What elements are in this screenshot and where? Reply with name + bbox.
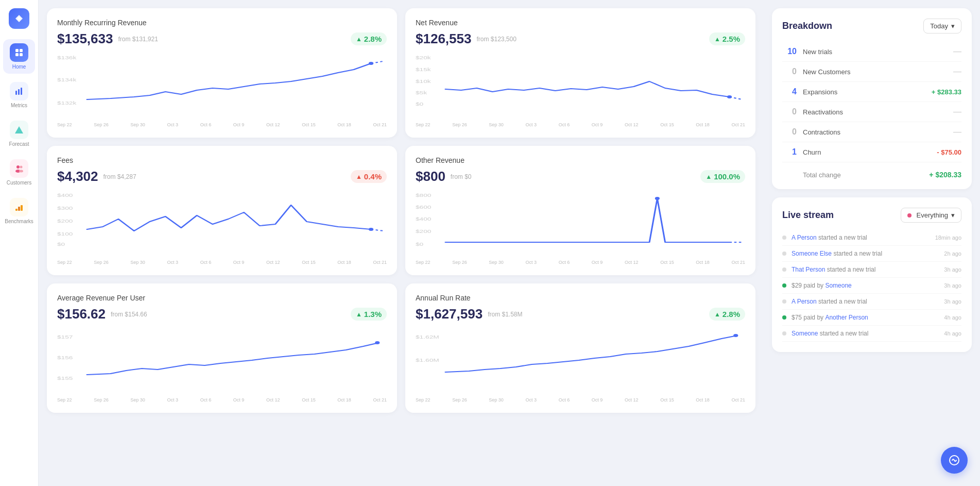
breakdown-label-expansions: Expansions bbox=[803, 88, 932, 96]
stream-dot bbox=[782, 331, 786, 336]
svg-point-40 bbox=[655, 197, 660, 200]
sidebar-label-metrics: Metrics bbox=[11, 103, 27, 108]
svg-text:$100: $100 bbox=[57, 231, 73, 236]
card-fees-from: from $4,287 bbox=[104, 173, 136, 180]
svg-text:$400: $400 bbox=[416, 216, 431, 221]
arrow-up-icon: ▲ bbox=[714, 311, 720, 318]
svg-rect-14 bbox=[18, 207, 20, 211]
benchmarks-icon bbox=[10, 198, 28, 216]
arrow-up-icon: ▲ bbox=[356, 311, 362, 318]
chevron-down-icon: ▾ bbox=[951, 22, 955, 30]
svg-text:$200: $200 bbox=[416, 229, 431, 233]
forecast-icon bbox=[10, 121, 28, 139]
list-item: A Person started a new trial 3h ago bbox=[782, 294, 961, 310]
stream-dot bbox=[782, 299, 786, 304]
stream-time: 3h ago bbox=[944, 266, 961, 273]
card-arpu: Average Revenue Per User $156.62 from $1… bbox=[47, 283, 397, 413]
svg-rect-6 bbox=[18, 89, 20, 95]
card-other-title: Other Revenue bbox=[416, 156, 745, 164]
sidebar-label-forecast: Forecast bbox=[9, 141, 29, 147]
svg-text:$200: $200 bbox=[57, 219, 73, 223]
sidebar-item-customers[interactable]: Customers bbox=[3, 155, 35, 190]
breakdown-label-churn: Churn bbox=[803, 148, 937, 156]
card-arr-title: Annual Run Rate bbox=[416, 294, 745, 302]
svg-rect-2 bbox=[20, 49, 23, 52]
card-mrr-from: from $131,921 bbox=[118, 36, 158, 43]
arrow-up-icon: ▲ bbox=[356, 36, 362, 43]
stream-dot-green bbox=[782, 315, 786, 320]
svg-rect-7 bbox=[21, 88, 22, 95]
svg-text:$400: $400 bbox=[57, 193, 73, 197]
livestream-header: Live stream Everything ▾ bbox=[782, 208, 961, 223]
card-arr-pct: 2.8% bbox=[723, 310, 740, 319]
svg-point-0 bbox=[18, 17, 21, 20]
livestream-card: Live stream Everything ▾ A Person starte… bbox=[772, 197, 972, 352]
card-mrr: Monthly Recurring Revenue $135,633 from … bbox=[47, 8, 397, 138]
card-net-revenue: Net Revenue $126,553 from $123,500 ▲ 2.5… bbox=[405, 8, 755, 138]
breakdown-count-customers: 0 bbox=[782, 67, 797, 76]
card-mrr-pct: 2.8% bbox=[364, 35, 382, 43]
svg-point-11 bbox=[20, 166, 23, 169]
svg-text:$300: $300 bbox=[57, 206, 73, 210]
svg-rect-3 bbox=[15, 53, 19, 56]
svg-rect-1 bbox=[15, 49, 19, 52]
svg-point-9 bbox=[16, 165, 20, 169]
card-arpu-value: $156.62 bbox=[57, 306, 106, 322]
stream-time: 4h ago bbox=[944, 330, 961, 337]
svg-text:$1.62M: $1.62M bbox=[416, 334, 439, 339]
svg-text:$0: $0 bbox=[57, 242, 65, 246]
breakdown-total-amount: + $208.33 bbox=[929, 171, 961, 179]
stream-time: 3h ago bbox=[944, 282, 961, 289]
breakdown-label-contractions: Contractions bbox=[803, 128, 953, 136]
card-other-value: $800 bbox=[416, 169, 445, 185]
card-other-pct: 100.0% bbox=[714, 172, 740, 181]
svg-text:$10k: $10k bbox=[416, 79, 431, 83]
breakdown-dash-trials: — bbox=[953, 47, 961, 56]
fab-button[interactable] bbox=[941, 447, 968, 474]
breakdown-label-reactivations: Reactivations bbox=[803, 108, 953, 116]
arrow-up-icon: ▲ bbox=[706, 173, 712, 180]
breakdown-dash-reactivations: — bbox=[953, 107, 961, 116]
arrow-up-icon: ▲ bbox=[714, 36, 720, 43]
sidebar-item-home[interactable]: Home bbox=[3, 39, 35, 74]
svg-text:$600: $600 bbox=[416, 205, 431, 209]
sidebar: Home Metrics Forecast C bbox=[0, 0, 39, 486]
card-net-badge: ▲ 2.5% bbox=[709, 32, 745, 45]
app-logo[interactable] bbox=[9, 8, 29, 29]
breakdown-dropdown[interactable]: Today ▾ bbox=[923, 19, 961, 33]
breakdown-row-new-customers: 0 New Customers — bbox=[782, 62, 961, 82]
svg-text:$136k: $136k bbox=[57, 55, 77, 60]
stream-text: A Person started a new trial bbox=[792, 234, 931, 241]
sidebar-item-metrics[interactable]: Metrics bbox=[3, 78, 35, 112]
svg-point-34 bbox=[369, 228, 373, 231]
card-net-value: $126,553 bbox=[416, 31, 471, 47]
sidebar-item-benchmarks[interactable]: Benchmarks bbox=[3, 194, 35, 228]
breakdown-title: Breakdown bbox=[782, 21, 832, 31]
card-arr: Annual Run Rate $1,627,593 from $1.58M ▲… bbox=[405, 283, 755, 413]
card-other-from: from $0 bbox=[451, 173, 472, 180]
sidebar-item-forecast[interactable]: Forecast bbox=[3, 116, 35, 151]
list-item: That Person started a new trial 3h ago bbox=[782, 262, 961, 278]
card-arr-badge: ▲ 2.8% bbox=[709, 308, 745, 321]
svg-text:$134k: $134k bbox=[57, 77, 77, 82]
stream-time: 2h ago bbox=[944, 250, 961, 257]
svg-rect-13 bbox=[15, 209, 18, 211]
svg-text:$800: $800 bbox=[416, 193, 431, 197]
list-item: $75 paid by Another Person 4h ago bbox=[782, 310, 961, 326]
svg-rect-4 bbox=[20, 53, 23, 56]
breakdown-row-churn: 1 Churn - $75.00 bbox=[782, 142, 961, 162]
breakdown-total-row: Total change + $208.33 bbox=[782, 164, 961, 179]
svg-text:$15k: $15k bbox=[416, 67, 431, 72]
card-arr-from: from $1.58M bbox=[488, 311, 522, 318]
card-arr-value: $1,627,593 bbox=[416, 306, 483, 322]
breakdown-count-contractions: 0 bbox=[782, 127, 797, 137]
card-fees-value: $4,302 bbox=[57, 169, 98, 185]
livestream-dropdown[interactable]: Everything ▾ bbox=[901, 208, 961, 223]
card-net-xlabels: Sep 22Sep 26Sep 30Oct 3Oct 6Oct 9Oct 12O… bbox=[416, 122, 745, 127]
svg-text:$20k: $20k bbox=[416, 55, 431, 60]
chevron-down-icon: ▾ bbox=[951, 211, 955, 219]
svg-text:$1.60M: $1.60M bbox=[416, 358, 439, 362]
breakdown-row-contractions: 0 Contractions — bbox=[782, 122, 961, 142]
breakdown-dash-customers: — bbox=[953, 67, 961, 76]
stream-text: Someone started a new trial bbox=[792, 330, 940, 337]
